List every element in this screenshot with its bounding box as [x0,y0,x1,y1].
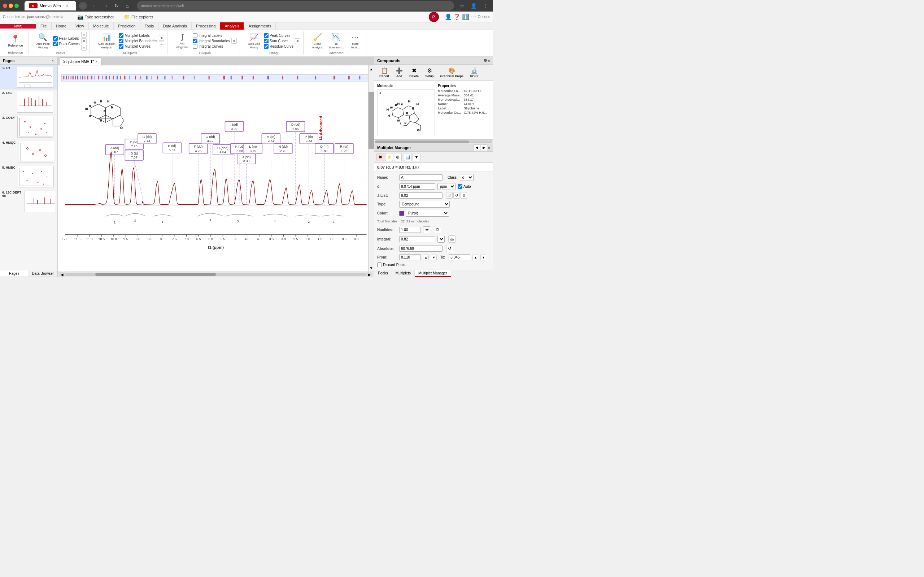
profile-btn[interactable]: 👤 [469,1,479,11]
page-item-dept90[interactable]: 6. 13C DEPT 90 [0,189,57,214]
auto-line-fitting-btn[interactable]: 📈 Auto LineFitting [246,31,262,50]
clean-analysis-btn[interactable]: 🧹 CleanAnalysis [309,31,325,50]
sum-curve-check[interactable]: Sum Curve [264,39,293,44]
tab-data-browser[interactable]: Data Browser [29,271,58,277]
nuclides-normalize-btn[interactable]: ⚖ [434,226,441,233]
new-tab-btn[interactable]: + [79,2,87,10]
report-btn[interactable]: 📋 Report [376,66,392,79]
peak-extra-btn3[interactable]: ≡ [81,45,87,50]
page-item-hmqc[interactable]: 4. HMQC [0,139,57,164]
tab-processing[interactable]: Processing [192,23,220,30]
jlist-input[interactable] [399,192,442,198]
compounds-panel-close-btn[interactable]: × [488,58,490,63]
page-item-1h[interactable]: 1. 1H [0,64,57,90]
delete-compound-btn[interactable]: ✖ Delete [407,66,421,79]
delta-input[interactable] [399,184,435,190]
add-compound-btn[interactable]: ➕ Add [393,66,406,79]
from-down-btn[interactable]: ▼ [431,255,437,260]
reference-btn[interactable]: 📍 Reference [6,33,25,49]
address-bar[interactable]: mnova.mestrelab.com/web [137,1,455,10]
integral-extra-btn[interactable]: ≡ [231,38,237,44]
rdkit-btn[interactable]: 🔬 RDKit [467,66,482,79]
class-select[interactable]: d s t q m dd [460,174,474,181]
multiplet-labels-check[interactable]: Multiplet Labels [119,33,157,38]
multiplet-prev-btn[interactable]: ◀ [474,144,480,151]
tab-tools[interactable]: Tools [140,23,159,30]
discard-peaks-checkbox[interactable]: Discard Peaks [377,263,406,267]
auto-peak-picking-btn[interactable]: 🔍 Auto PeakPicking [34,31,52,50]
auto-multiplet-btn[interactable]: 📊 Auto MultipletAnalysis [96,31,117,50]
pages-panel-close-btn[interactable]: × [51,59,55,63]
page-item-hmbc[interactable]: 5. HMBC [0,164,57,189]
jlist-refresh-btn[interactable]: ↺ [453,192,460,198]
to-up-btn[interactable]: ▲ [472,255,478,260]
vertical-scrollbar[interactable]: ▲ ▼ [368,65,374,272]
tab-multiplet-manager[interactable]: Multiplet Manager [415,270,451,277]
multiplet-view-btn1[interactable]: 📊 [404,153,412,161]
tab-data-analysis[interactable]: Data Analysis [159,23,192,30]
browser-tab[interactable]: M Mnova Web × [24,1,76,10]
absolute-input[interactable] [399,245,442,251]
tab-file[interactable]: File [36,23,51,30]
peak-labels-check[interactable]: Peak Labels [53,36,79,41]
integral-unit-select[interactable]: ▼ [437,236,445,243]
nuclides-unit-select[interactable]: ▼ [423,226,430,233]
doc-tab-strychnine[interactable]: Strychnine NMR 1* × [59,57,101,65]
tab-home[interactable]: Home [51,23,71,30]
peak-curves-fitting-check[interactable]: Peak Curves [264,33,293,38]
back-btn[interactable]: ← [90,1,100,11]
multiplet-extra-btn2[interactable]: ≡ [159,42,164,47]
tab-peaks[interactable]: Peaks [374,270,392,277]
from-up-btn[interactable]: ▲ [423,255,429,260]
residue-curve-check[interactable]: Residue Curve [264,44,293,49]
type-select[interactable]: Compound Solvent Impurity [399,201,450,208]
peak-extra-btn1[interactable]: ≡ [81,32,87,37]
jlist-plot-btn[interactable]: 📈 [446,192,453,198]
minimize-window-btn[interactable] [9,3,13,8]
user-icon[interactable]: 👤 [445,13,452,20]
multiplet-curves-check[interactable]: Multiplet Curves [119,44,157,49]
reload-btn[interactable]: ↻ [111,1,122,11]
nuclides-input[interactable] [399,227,421,233]
compounds-scrollbar[interactable] [374,139,493,144]
extensions-btn[interactable]: ☆ [457,1,467,11]
peak-extra-btn2[interactable]: ≡ [81,38,87,44]
fitting-extra-btn[interactable]: ≡ [295,38,300,44]
compounds-panel-settings-btn[interactable]: ⚙ [484,58,487,63]
file-explorer-btn[interactable]: 📁 File explorer [122,13,156,21]
tab-prediction[interactable]: Prediction [114,23,140,30]
to-input[interactable] [448,254,470,260]
multiplet-split-btn[interactable]: ⚡ [385,153,393,161]
integral-normalize-btn[interactable]: ⚖ [448,235,455,243]
multiplet-dropdown-btn[interactable]: ▼ [413,153,421,161]
tab-analysis[interactable]: Analysis [220,23,244,30]
multiplet-next-btn[interactable]: ▶ [481,144,487,151]
peak-curves-check[interactable]: Peak Curves [53,42,79,46]
multiplet-delete-btn[interactable]: ✖ [376,153,384,161]
tab-assignments[interactable]: Assignments [244,23,276,30]
settings-btn[interactable]: ⋮ [480,1,490,11]
jlist-settings-btn[interactable]: ⚙ [461,192,467,198]
multiplet-merge-btn[interactable]: ⊕ [394,153,402,161]
scrollbar-thumb[interactable] [95,273,216,276]
tab-pages[interactable]: Pages [0,271,29,277]
more-tools-btn[interactable]: ⋯ MoreTools... [347,31,363,50]
graphical-props-btn[interactable]: 🎨 Graphical Props [437,66,467,79]
tab-multiplets[interactable]: Multiplets [392,270,415,277]
1h-spectrum-btn[interactable]: 📉 1HSpectrum... [327,31,346,50]
help-icon[interactable]: ❓ [453,13,461,20]
multiplet-manager-close-btn[interactable]: × [488,145,490,150]
info-icon[interactable]: ℹ️ [462,13,469,20]
home-btn[interactable]: ⌂ [122,1,132,11]
multiplet-extra-btn1[interactable]: ≡ [159,35,164,41]
more-icon[interactable]: ⋯ [471,13,476,20]
integral-input[interactable] [399,236,435,242]
doc-tab-close[interactable]: × [95,60,98,64]
setup-btn[interactable]: ⚙ Setup [422,66,437,79]
auto-integration-btn[interactable]: ∫ AutoIntegration [173,31,191,50]
from-input[interactable] [399,254,421,260]
absolute-refresh-btn[interactable]: ↺ [446,245,453,252]
name-input[interactable] [399,174,442,181]
scrollbar-track[interactable] [65,273,367,276]
multiplet-boundaries-check[interactable]: Multiplet Boundaries [119,39,157,44]
